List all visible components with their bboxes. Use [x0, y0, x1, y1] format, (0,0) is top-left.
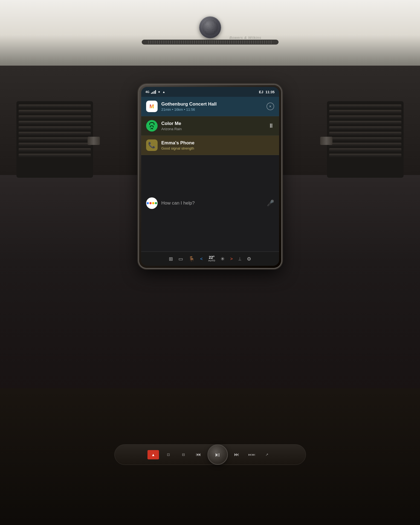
spotify-app-icon — [146, 120, 158, 132]
phone-card[interactable]: 📞 Emma's Phone Good signal strength — [141, 136, 279, 155]
ga-dot-red — [149, 202, 152, 204]
vent-right — [327, 101, 404, 178]
vent-slat — [19, 148, 91, 152]
vent-slat — [19, 154, 91, 158]
seat2-button[interactable]: ⟂ — [238, 256, 241, 262]
temp-increase[interactable]: > — [230, 256, 233, 261]
temp-value: 22° — [208, 255, 215, 259]
status-bar: 4G ✦ ▲ EJ 11:35 — [141, 87, 279, 97]
nav-duration: 21min — [161, 107, 171, 112]
status-right: EJ 11:35 — [259, 90, 274, 94]
music-info: Color Me Arizona Rain — [161, 121, 264, 131]
seat-icon: 🪑 — [189, 256, 195, 262]
phone-info: Emma's Phone Good signal strength — [161, 140, 274, 150]
grid-button[interactable]: ⊞ — [169, 256, 173, 262]
ga-dot-blue — [147, 202, 149, 204]
settings-icon: ⚙ — [247, 256, 251, 262]
music-pause-button[interactable]: ⏸ — [268, 122, 274, 129]
media-control-strip: ▲ ⊡ ⊟ ⏮ ⏯ ⏭ ⏭⏭ ↗ — [114, 444, 306, 465]
vent-slat — [329, 137, 401, 141]
vent-slat — [19, 137, 91, 141]
ga-dot-green — [155, 202, 157, 204]
nav-close-button[interactable]: × — [267, 103, 274, 110]
nav-destination: Gothenburg Concert Hall — [161, 101, 263, 107]
phone-glyph: 📞 — [148, 142, 155, 149]
temp-mode: AUTO — [208, 259, 215, 262]
nav-separator-1: • — [172, 107, 174, 112]
hazard-button[interactable]: ▲ — [146, 447, 161, 462]
nav-details: 21min • 16km • 11:56 — [161, 107, 263, 112]
bluetooth-icon: ✦ — [158, 90, 161, 94]
volume-icon: ↗ — [265, 453, 268, 457]
signal-4g: 4G — [146, 90, 150, 94]
track-title: Color Me — [161, 121, 264, 126]
vent-handle-left[interactable] — [88, 137, 100, 145]
vent-slat — [329, 154, 401, 158]
vent-slats-left — [16, 101, 93, 178]
volume-button[interactable]: ↗ — [259, 447, 274, 462]
vent-slat — [329, 132, 401, 136]
vent-slat — [329, 121, 401, 125]
clock: 11:35 — [265, 90, 274, 94]
speaker-grille — [142, 40, 279, 45]
vent-slat — [329, 148, 401, 152]
bottom-bar: ⊞ ▭ 🪑 < 22° AUTO — [141, 252, 279, 266]
settings-button[interactable]: ⚙ — [247, 256, 251, 262]
fan-button[interactable]: ✳ — [221, 256, 225, 262]
track-artist: Arizona Rain — [161, 127, 264, 131]
vent-slats-right — [327, 101, 404, 178]
screen-bezel: 4G ✦ ▲ EJ 11:35 M — [139, 85, 281, 268]
next-track-icon: ⏭ — [234, 452, 239, 457]
vent-slat — [329, 143, 401, 147]
grid-icon: ⊞ — [169, 256, 173, 262]
vent-slat — [19, 121, 91, 125]
rear-defrost-icon: ⊡ — [167, 453, 170, 457]
vent-slat — [19, 110, 91, 114]
vent-slat — [329, 115, 401, 119]
rear-defrost-button[interactable]: ⊡ — [161, 447, 176, 462]
nav-eta: 11:56 — [186, 107, 195, 112]
skip-button[interactable]: ⏭⏭ — [244, 447, 259, 462]
navigation-card[interactable]: M Gothenburg Concert Hall 21min • 16km •… — [141, 97, 279, 116]
seat2-icon: ⟂ — [238, 256, 241, 262]
assistant-prompt: How can I help? — [161, 200, 263, 206]
maps-letter: M — [149, 103, 154, 110]
vent-handle-right[interactable] — [320, 137, 332, 145]
temp-increase-arrow: > — [230, 256, 233, 261]
vent-slat — [19, 132, 91, 136]
hazard-icon: ▲ — [147, 450, 159, 459]
assistant-app-icon — [146, 197, 158, 209]
play-pause-button[interactable]: ⏯ — [207, 444, 228, 465]
lower-console: ▲ ⊡ ⊟ ⏮ ⏯ ⏭ ⏭⏭ ↗ — [0, 388, 420, 525]
vent-slat — [329, 126, 401, 130]
speaker-assembly — [142, 16, 279, 45]
speaker-dome — [199, 16, 221, 38]
camera-icon: ▭ — [178, 256, 183, 262]
camera-button[interactable]: ▭ — [178, 256, 183, 262]
signal-bars — [151, 90, 156, 94]
vent-slat — [19, 104, 91, 108]
vent-left — [16, 101, 93, 178]
vent-slat — [19, 115, 91, 119]
front-defrost-button[interactable]: ⊟ — [176, 447, 191, 462]
temp-display: 22° AUTO — [208, 255, 215, 262]
music-card[interactable]: Color Me Arizona Rain ⏸ — [141, 116, 279, 136]
nav-arrow-icon: ▲ — [162, 90, 165, 94]
prev-track-button[interactable]: ⏮ — [191, 447, 206, 462]
next-track-button[interactable]: ⏭ — [229, 447, 244, 462]
microphone-icon[interactable]: 🎤 — [267, 200, 274, 207]
screen-inner: 4G ✦ ▲ EJ 11:35 M — [141, 87, 279, 266]
prev-track-icon: ⏮ — [196, 452, 201, 457]
seat-button[interactable]: 🪑 — [189, 256, 195, 262]
vent-slat — [329, 110, 401, 114]
android-auto-screen: 4G ✦ ▲ EJ 11:35 M — [141, 87, 279, 266]
assistant-card[interactable]: How can I help? 🎤 — [141, 155, 279, 252]
play-pause-icon: ⏯ — [215, 451, 221, 458]
ga-dots — [147, 202, 157, 204]
ga-dot-yellow — [152, 202, 154, 204]
temp-decrease[interactable]: < — [200, 256, 202, 261]
front-defrost-icon: ⊟ — [182, 453, 185, 457]
fan-icon: ✳ — [221, 256, 225, 262]
nav-separator-2: • — [184, 107, 186, 112]
status-left: 4G ✦ ▲ — [146, 90, 166, 94]
